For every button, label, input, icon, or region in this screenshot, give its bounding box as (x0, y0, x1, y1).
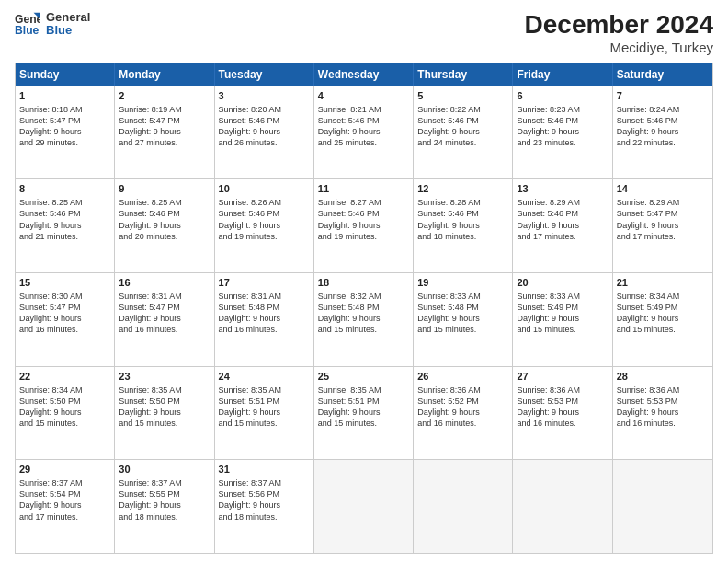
calendar-cell (314, 460, 414, 553)
calendar-day-header: Monday (115, 63, 214, 86)
day-number: 1 (19, 89, 110, 103)
day-number: 5 (417, 89, 508, 103)
calendar-cell: 21Sunrise: 8:34 AM Sunset: 5:49 PM Dayli… (613, 273, 712, 366)
day-info: Sunrise: 8:23 AM Sunset: 5:46 PM Dayligh… (517, 104, 608, 149)
day-number: 9 (119, 182, 210, 196)
day-info: Sunrise: 8:25 AM Sunset: 5:46 PM Dayligh… (119, 197, 210, 242)
calendar-cell: 13Sunrise: 8:29 AM Sunset: 5:46 PM Dayli… (513, 179, 612, 272)
day-number: 18 (318, 276, 409, 290)
logo-icon: General Blue (15, 11, 40, 37)
day-info: Sunrise: 8:26 AM Sunset: 5:46 PM Dayligh… (219, 197, 310, 242)
day-number: 3 (219, 89, 310, 103)
day-info: Sunrise: 8:27 AM Sunset: 5:46 PM Dayligh… (318, 197, 409, 242)
day-info: Sunrise: 8:30 AM Sunset: 5:47 PM Dayligh… (19, 291, 110, 336)
day-info: Sunrise: 8:37 AM Sunset: 5:56 PM Dayligh… (219, 477, 310, 523)
calendar-cell: 28Sunrise: 8:36 AM Sunset: 5:53 PM Dayli… (613, 367, 712, 460)
day-number: 17 (219, 276, 310, 290)
day-info: Sunrise: 8:20 AM Sunset: 5:46 PM Dayligh… (219, 104, 310, 149)
calendar-cell: 11Sunrise: 8:27 AM Sunset: 5:46 PM Dayli… (314, 179, 414, 272)
calendar-cell: 5Sunrise: 8:22 AM Sunset: 5:46 PM Daylig… (414, 86, 513, 179)
day-number: 22 (19, 370, 110, 384)
calendar-cell: 25Sunrise: 8:35 AM Sunset: 5:51 PM Dayli… (314, 367, 414, 460)
calendar-cell (613, 460, 712, 553)
day-info: Sunrise: 8:33 AM Sunset: 5:49 PM Dayligh… (517, 291, 608, 336)
calendar-cell: 31Sunrise: 8:37 AM Sunset: 5:56 PM Dayli… (215, 460, 314, 553)
day-info: Sunrise: 8:32 AM Sunset: 5:48 PM Dayligh… (318, 291, 409, 336)
day-info: Sunrise: 8:34 AM Sunset: 5:50 PM Dayligh… (19, 385, 110, 430)
calendar-day-header: Sunday (16, 63, 115, 86)
day-number: 12 (417, 182, 508, 196)
calendar-day-header: Saturday (613, 63, 712, 86)
calendar-cell: 20Sunrise: 8:33 AM Sunset: 5:49 PM Dayli… (513, 273, 612, 366)
calendar-body: 1Sunrise: 8:18 AM Sunset: 5:47 PM Daylig… (16, 86, 712, 553)
day-info: Sunrise: 8:36 AM Sunset: 5:53 PM Dayligh… (617, 385, 709, 430)
day-number: 30 (119, 463, 210, 477)
calendar-week: 8Sunrise: 8:25 AM Sunset: 5:46 PM Daylig… (16, 178, 712, 272)
day-number: 11 (318, 182, 409, 196)
calendar-day-header: Friday (513, 63, 612, 86)
title-block: December 2024 Mecidiye, Turkey (525, 11, 713, 55)
calendar-week: 22Sunrise: 8:34 AM Sunset: 5:50 PM Dayli… (16, 366, 712, 460)
calendar-cell: 14Sunrise: 8:29 AM Sunset: 5:47 PM Dayli… (613, 179, 712, 272)
calendar-day-header: Thursday (414, 63, 513, 86)
page: General Blue General Blue December 2024 … (0, 0, 728, 563)
day-number: 29 (19, 463, 110, 477)
day-number: 23 (119, 370, 210, 384)
calendar-week: 29Sunrise: 8:37 AM Sunset: 5:54 PM Dayli… (16, 459, 712, 553)
day-info: Sunrise: 8:35 AM Sunset: 5:50 PM Dayligh… (119, 385, 210, 430)
day-number: 25 (318, 370, 409, 384)
day-info: Sunrise: 8:33 AM Sunset: 5:48 PM Dayligh… (417, 291, 508, 336)
calendar-cell (414, 460, 513, 553)
calendar-cell: 19Sunrise: 8:33 AM Sunset: 5:48 PM Dayli… (414, 273, 513, 366)
calendar-cell: 17Sunrise: 8:31 AM Sunset: 5:48 PM Dayli… (215, 273, 314, 366)
day-info: Sunrise: 8:37 AM Sunset: 5:54 PM Dayligh… (19, 477, 110, 523)
page-title: December 2024 (525, 11, 713, 40)
calendar-cell: 16Sunrise: 8:31 AM Sunset: 5:47 PM Dayli… (115, 273, 214, 366)
day-info: Sunrise: 8:28 AM Sunset: 5:46 PM Dayligh… (417, 197, 508, 242)
day-number: 13 (517, 182, 608, 196)
day-info: Sunrise: 8:29 AM Sunset: 5:46 PM Dayligh… (517, 197, 608, 242)
day-info: Sunrise: 8:31 AM Sunset: 5:47 PM Dayligh… (119, 291, 210, 336)
calendar-cell: 22Sunrise: 8:34 AM Sunset: 5:50 PM Dayli… (16, 367, 115, 460)
day-info: Sunrise: 8:36 AM Sunset: 5:52 PM Dayligh… (417, 385, 508, 430)
calendar-cell: 30Sunrise: 8:37 AM Sunset: 5:55 PM Dayli… (115, 460, 214, 553)
logo: General Blue General Blue (15, 11, 90, 38)
header: General Blue General Blue December 2024 … (15, 11, 713, 55)
day-number: 21 (617, 276, 709, 290)
calendar-cell: 26Sunrise: 8:36 AM Sunset: 5:52 PM Dayli… (414, 367, 513, 460)
calendar-cell (513, 460, 612, 553)
page-subtitle: Mecidiye, Turkey (525, 40, 713, 55)
calendar-day-header: Wednesday (314, 63, 414, 86)
calendar-cell: 7Sunrise: 8:24 AM Sunset: 5:46 PM Daylig… (613, 86, 712, 179)
day-info: Sunrise: 8:18 AM Sunset: 5:47 PM Dayligh… (19, 104, 110, 149)
day-number: 4 (318, 89, 409, 103)
day-number: 15 (19, 276, 110, 290)
day-info: Sunrise: 8:35 AM Sunset: 5:51 PM Dayligh… (318, 385, 409, 430)
day-info: Sunrise: 8:24 AM Sunset: 5:46 PM Dayligh… (617, 104, 709, 149)
day-number: 6 (517, 89, 608, 103)
day-info: Sunrise: 8:37 AM Sunset: 5:55 PM Dayligh… (119, 477, 210, 523)
day-info: Sunrise: 8:19 AM Sunset: 5:47 PM Dayligh… (119, 104, 210, 149)
day-info: Sunrise: 8:29 AM Sunset: 5:47 PM Dayligh… (617, 197, 709, 242)
calendar-cell: 10Sunrise: 8:26 AM Sunset: 5:46 PM Dayli… (215, 179, 314, 272)
day-info: Sunrise: 8:36 AM Sunset: 5:53 PM Dayligh… (517, 385, 608, 430)
calendar-cell: 6Sunrise: 8:23 AM Sunset: 5:46 PM Daylig… (513, 86, 612, 179)
svg-text:Blue: Blue (15, 24, 40, 37)
day-number: 8 (19, 182, 110, 196)
calendar-cell: 2Sunrise: 8:19 AM Sunset: 5:47 PM Daylig… (115, 86, 214, 179)
day-number: 24 (219, 370, 310, 384)
day-number: 7 (617, 89, 709, 103)
calendar-cell: 3Sunrise: 8:20 AM Sunset: 5:46 PM Daylig… (215, 86, 314, 179)
day-info: Sunrise: 8:31 AM Sunset: 5:48 PM Dayligh… (219, 291, 310, 336)
day-number: 19 (417, 276, 508, 290)
day-info: Sunrise: 8:21 AM Sunset: 5:46 PM Dayligh… (318, 104, 409, 149)
day-info: Sunrise: 8:22 AM Sunset: 5:46 PM Dayligh… (417, 104, 508, 149)
day-number: 14 (617, 182, 709, 196)
calendar-cell: 1Sunrise: 8:18 AM Sunset: 5:47 PM Daylig… (16, 86, 115, 179)
day-number: 10 (219, 182, 310, 196)
day-info: Sunrise: 8:25 AM Sunset: 5:46 PM Dayligh… (19, 197, 110, 242)
calendar-cell: 29Sunrise: 8:37 AM Sunset: 5:54 PM Dayli… (16, 460, 115, 553)
day-info: Sunrise: 8:35 AM Sunset: 5:51 PM Dayligh… (219, 385, 310, 430)
calendar-cell: 4Sunrise: 8:21 AM Sunset: 5:46 PM Daylig… (314, 86, 414, 179)
calendar-week: 15Sunrise: 8:30 AM Sunset: 5:47 PM Dayli… (16, 272, 712, 366)
